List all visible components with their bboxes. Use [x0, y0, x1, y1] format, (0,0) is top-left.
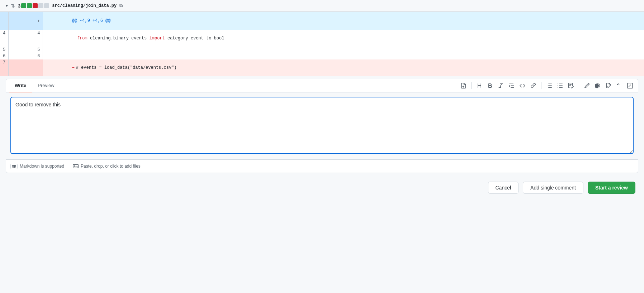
toolbar-unordered-list-button[interactable] — [555, 81, 565, 90]
toolbar-task-list-button[interactable] — [566, 81, 576, 90]
diff-minus-sign: − — [72, 65, 76, 70]
line-code-removed: −# events = load_data("data/events.csv") — [43, 59, 644, 76]
diff-block-added — [21, 3, 26, 8]
toolbar-mention-button[interactable] — [593, 81, 603, 90]
comment-section: Write Preview — [6, 79, 638, 173]
add-single-comment-button[interactable]: Add single comment — [523, 182, 583, 194]
image-icon — [73, 163, 79, 169]
markdown-icon: MD — [10, 164, 18, 169]
keyword-from: from — [77, 36, 87, 41]
line-code: from cleaning.binary_events import categ… — [43, 30, 644, 47]
line-num-old-removed: 7 — [0, 59, 9, 76]
file-path: src/cleaning/join_data.py — [52, 3, 117, 8]
line-code — [43, 53, 644, 59]
copy-icon[interactable]: ⧉ — [119, 3, 123, 9]
diff-block-removed — [33, 3, 38, 8]
action-bar: Cancel Add single comment Start a review — [0, 176, 644, 200]
hunk-num-new: ⬆ — [9, 12, 43, 30]
diff-count: 3 — [18, 3, 49, 9]
comment-textarea[interactable]: Good to remove this — [10, 97, 634, 154]
tab-write[interactable]: Write — [9, 79, 32, 92]
diff-block-neutral — [38, 3, 43, 8]
line-num-old: 5 — [0, 47, 9, 53]
hunk-header-row: ⬆ @@ -4,9 +4,6 @@ — [0, 12, 644, 30]
diff-number: 3 — [18, 3, 20, 9]
start-review-button[interactable]: Start a review — [588, 182, 635, 194]
diff-block-added2 — [27, 3, 32, 8]
line-num-old: 4 — [0, 30, 9, 47]
line-num-new: 6 — [9, 53, 43, 59]
diff-line-4: 4 4 from cleaning.binary_events import c… — [0, 30, 644, 47]
file-upload-label: Paste, drop, or click to add files — [81, 164, 141, 169]
page-container: ▾ ⇅ 3 src/cleaning/join_data.py ⧉ ⬆ @@ -… — [0, 0, 644, 293]
toolbar-add-file-button[interactable] — [458, 81, 468, 90]
diff-line-7-removed: 7 −# events = load_data("data/events.csv… — [0, 59, 644, 76]
line-num-new: 5 — [9, 47, 43, 53]
toolbar-separator-1 — [471, 82, 472, 89]
toolbar-separator-3 — [579, 82, 579, 89]
keyword-import: import — [150, 36, 165, 41]
hunk-num-old — [0, 12, 9, 30]
markdown-info: MD Markdown is supported — [10, 164, 64, 169]
toolbar-slash-button[interactable] — [625, 81, 635, 90]
tab-preview[interactable]: Preview — [32, 79, 60, 92]
move-icon: ⇅ — [11, 3, 15, 9]
toolbar-code-button[interactable] — [517, 81, 527, 90]
chevron-icon[interactable]: ▾ — [6, 3, 8, 8]
code-text2: category_event_to_bool — [167, 36, 224, 41]
editor-toolbar — [458, 81, 635, 90]
hunk-header-text: @@ -4,9 +4,6 @@ — [43, 12, 644, 30]
markdown-label: Markdown is supported — [20, 164, 64, 169]
removed-code-text: # events = load_data("data/events.csv") — [76, 65, 177, 70]
toolbar-italic-button[interactable] — [496, 81, 506, 90]
line-num-old: 6 — [0, 53, 9, 59]
toolbar-attach-button[interactable] — [582, 81, 592, 90]
toolbar-ordered-list-button[interactable] — [544, 81, 554, 90]
comment-footer: MD Markdown is supported Paste, drop, or… — [6, 159, 638, 173]
code-text: cleaning.binary_events — [90, 36, 147, 41]
comment-body: Good to remove this — [6, 92, 638, 159]
toolbar-reference-button[interactable] — [603, 81, 614, 90]
file-header: ▾ ⇅ 3 src/cleaning/join_data.py ⧉ — [0, 0, 644, 12]
toolbar-heading-button[interactable] — [474, 81, 484, 90]
line-code — [43, 47, 644, 53]
hunk-header-label: @@ -4,9 +4,6 @@ — [72, 18, 110, 23]
diff-block-neutral2 — [44, 3, 49, 8]
diff-line-5: 5 5 — [0, 47, 644, 53]
file-upload-info[interactable]: Paste, drop, or click to add files — [73, 163, 141, 169]
toolbar-quote-button[interactable] — [507, 81, 517, 90]
expand-icon[interactable]: ⬆ — [37, 19, 40, 24]
diff-table: ⬆ @@ -4,9 +4,6 @@ 4 4 from cleaning.bina… — [0, 12, 644, 76]
toolbar-link-button[interactable] — [528, 81, 538, 90]
cancel-button[interactable]: Cancel — [488, 182, 519, 194]
toolbar-undo-button[interactable] — [614, 81, 624, 90]
line-num-new: 4 — [9, 30, 43, 47]
toolbar-bold-button[interactable] — [485, 81, 495, 90]
toolbar-separator-2 — [541, 82, 541, 89]
line-num-new-removed — [9, 59, 43, 76]
editor-tabs-bar: Write Preview — [6, 79, 638, 92]
diff-line-6: 6 6 — [0, 53, 644, 59]
